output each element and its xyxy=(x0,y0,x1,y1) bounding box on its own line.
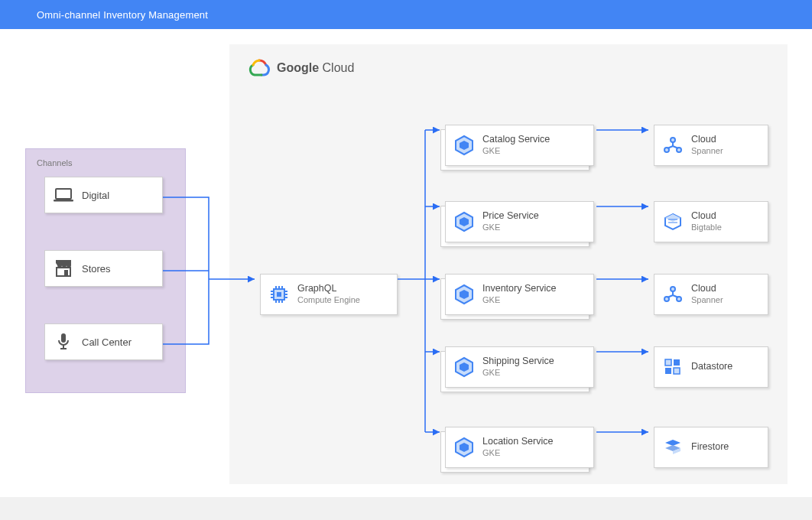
page-header: Omni-channel Inventory Management xyxy=(0,0,812,29)
node-text: Datastore xyxy=(691,361,732,373)
compute-engine-icon xyxy=(261,283,297,306)
svg-rect-2 xyxy=(56,260,71,263)
node-datastore: Datastore xyxy=(654,346,768,388)
node-text: CloudSpanner xyxy=(691,283,723,305)
cloud-header: Google Cloud xyxy=(229,44,788,78)
node-bigtable: CloudBigtable xyxy=(654,201,768,242)
node-text: Price ServiceGKE xyxy=(482,210,539,232)
svg-point-24 xyxy=(671,138,675,142)
channel-label: Call Center xyxy=(82,336,132,348)
channel-digital: Digital xyxy=(44,177,163,213)
node-shipping-service: Shipping ServiceGKE xyxy=(445,346,594,388)
cloud-brand-text: Google Cloud xyxy=(277,61,354,75)
svg-line-28 xyxy=(667,146,673,148)
svg-rect-4 xyxy=(64,270,68,276)
node-spanner-1: CloudSpanner xyxy=(654,125,768,166)
datastore-icon xyxy=(654,358,691,376)
page-footer xyxy=(0,497,812,520)
svg-rect-48 xyxy=(665,368,671,374)
svg-point-38 xyxy=(671,287,675,291)
svg-rect-46 xyxy=(665,359,671,366)
svg-rect-0 xyxy=(56,189,71,199)
svg-rect-9 xyxy=(277,292,281,297)
microphone-icon xyxy=(45,333,82,351)
node-catalog-service: Catalog ServiceGKE xyxy=(445,125,594,166)
svg-rect-49 xyxy=(674,368,680,374)
cloud-bigtable-icon xyxy=(654,212,691,232)
google-cloud-panel: Google Cloud GraphQL Compute Engine Cata… xyxy=(229,44,788,484)
svg-rect-3 xyxy=(57,268,70,276)
diagram-stage: Channels Digital Stores Call Center xyxy=(0,29,812,497)
gke-icon xyxy=(446,211,482,232)
node-text: Inventory ServiceGKE xyxy=(482,283,557,305)
google-cloud-logo-icon xyxy=(248,58,271,78)
svg-marker-33 xyxy=(665,214,680,222)
svg-line-29 xyxy=(673,146,678,148)
storefront-icon xyxy=(45,260,82,277)
node-text: CloudBigtable xyxy=(691,210,722,232)
node-text: Location ServiceGKE xyxy=(482,436,553,458)
gke-icon xyxy=(446,437,482,458)
node-location-service: Location ServiceGKE xyxy=(445,427,594,468)
cloud-spanner-icon xyxy=(654,135,691,155)
node-inventory-service: Inventory ServiceGKE xyxy=(445,274,594,315)
node-text: Shipping ServiceGKE xyxy=(482,356,554,378)
channels-panel: Channels Digital Stores Call Center xyxy=(25,148,186,393)
svg-line-43 xyxy=(673,295,678,297)
svg-rect-5 xyxy=(61,333,66,343)
svg-rect-1 xyxy=(54,200,73,202)
gke-icon xyxy=(446,284,482,305)
firestore-icon xyxy=(654,438,691,457)
node-text: Firestore xyxy=(691,441,729,453)
gke-icon xyxy=(446,135,482,156)
svg-line-42 xyxy=(667,295,673,297)
node-firestore: Firestore xyxy=(654,427,768,468)
channel-call-center: Call Center xyxy=(44,323,163,360)
svg-marker-52 xyxy=(665,440,680,446)
channel-stores: Stores xyxy=(44,250,163,287)
channel-label: Stores xyxy=(82,263,111,275)
node-graphql: GraphQL Compute Engine xyxy=(260,274,398,315)
channel-label: Digital xyxy=(82,190,109,201)
page-title: Omni-channel Inventory Management xyxy=(37,9,208,21)
gke-icon xyxy=(446,356,482,378)
node-spanner-2: CloudSpanner xyxy=(654,274,768,315)
node-price-service: Price ServiceGKE xyxy=(445,201,594,242)
node-text: GraphQL Compute Engine xyxy=(297,283,360,305)
svg-rect-47 xyxy=(674,359,680,366)
laptop-icon xyxy=(45,187,82,203)
node-text: Catalog ServiceGKE xyxy=(482,134,550,156)
channels-label: Channels xyxy=(37,158,174,167)
node-text: CloudSpanner xyxy=(691,134,723,156)
cloud-spanner-icon xyxy=(654,284,691,304)
